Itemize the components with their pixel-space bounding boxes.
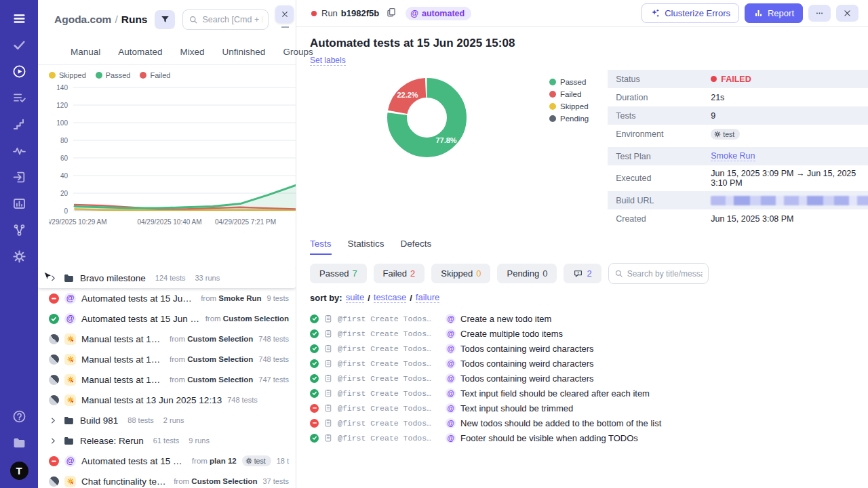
runs-tab-unfinished[interactable]: Unfinished <box>222 47 266 57</box>
test-row[interactable]: @first Create Todos…@New todos should be… <box>310 415 856 430</box>
sidebar-item-settings-gear[interactable] <box>12 249 26 264</box>
group-tests-count: 124 tests <box>155 274 186 282</box>
more-actions-button[interactable] <box>808 5 831 22</box>
redacted-build-url <box>711 196 868 205</box>
folder-icon <box>63 415 75 426</box>
run-group-row[interactable]: Release: Rerun61 tests9 runs <box>38 430 296 451</box>
hamburger-icon <box>12 12 26 26</box>
legend-label: Failed <box>150 71 170 79</box>
sort-by-failure[interactable]: failure <box>416 292 439 303</box>
status-failed-icon <box>310 404 319 413</box>
runs-tab-automated[interactable]: Automated <box>118 47 162 57</box>
run-row[interactable]: @Automated tests at 15 Jun 2025 15:08fro… <box>38 288 296 308</box>
test-row[interactable]: @first Create Todos…@Todos containing we… <box>310 356 856 371</box>
group-runs-count: 2 runs <box>163 416 184 424</box>
runs-search-input[interactable] <box>202 15 262 24</box>
donut-legend-item-passed[interactable]: Passed <box>549 78 589 86</box>
legend-dot <box>140 72 146 79</box>
test-suite: @first Create Todos… <box>338 314 441 323</box>
sidebar-item-hamburger[interactable] <box>12 11 26 26</box>
automated-test-icon: @ <box>446 418 456 428</box>
panel-close-button[interactable] <box>275 5 294 23</box>
run-row[interactable]: Manual tests at 13 Jun 2025 12:17from Cu… <box>38 329 296 349</box>
breadcrumb-project[interactable]: Agoda.com <box>54 14 111 25</box>
donut-legend-item-pending[interactable]: Pending <box>549 115 589 123</box>
manual-run-icon <box>64 354 76 365</box>
run-group-row[interactable]: Bravo milestone124 tests33 runs <box>38 268 296 288</box>
funnel-icon <box>160 14 170 24</box>
run-row[interactable]: @Automated tests at 15 Jun 2025 15:01fro… <box>38 308 296 329</box>
runs-tab-groups[interactable]: Groups <box>283 47 313 57</box>
filter-chip-failed[interactable]: Failed2 <box>374 264 425 283</box>
filter-chip-skipped[interactable]: Skipped0 <box>431 264 490 283</box>
copy-run-id-button[interactable] <box>384 6 399 21</box>
test-row[interactable]: @first Create Todos…@Text input should b… <box>310 401 856 415</box>
breadcrumb-section: Runs <box>121 14 148 25</box>
sidebar-item-runs-play[interactable] <box>12 64 26 79</box>
test-row[interactable]: @first Create Todos…@Todos containing we… <box>310 371 856 386</box>
run-tests-count: 18 t <box>277 457 289 465</box>
status-passed-icon <box>310 344 319 353</box>
sidebar-item-import[interactable] <box>12 169 26 184</box>
test-row[interactable]: @first Create Todos…@Footer should be vi… <box>310 430 856 445</box>
sidebar-item-analytics[interactable] <box>12 196 26 211</box>
run-row[interactable]: Chat functinality test Copyfrom Custom S… <box>38 471 296 488</box>
sort-by-testcase[interactable]: testcase <box>374 292 406 303</box>
sidebar-item-check[interactable] <box>12 37 26 52</box>
set-labels-link[interactable]: Set labels <box>310 56 346 66</box>
status-passed-icon <box>310 434 319 443</box>
test-row[interactable]: @first Create Todos…@Text input field sh… <box>310 386 856 401</box>
test-title: Create a new todo item <box>460 314 551 324</box>
test-plan-link[interactable]: Smoke Run <box>711 151 755 161</box>
legend-item-skipped[interactable]: Skipped <box>49 71 86 79</box>
runs-tab-manual[interactable]: Manual <box>71 47 100 57</box>
filter-chip-passed[interactable]: Passed7 <box>310 264 367 283</box>
tab-tests[interactable]: Tests <box>310 239 332 255</box>
sort-label: sort by: <box>310 293 342 303</box>
automated-test-icon: @ <box>446 373 456 384</box>
run-row[interactable]: Manual tests at 13 Jun 2025 12:13from Cu… <box>38 369 296 390</box>
tab-statistics[interactable]: Statistics <box>348 239 384 255</box>
legend-label: Skipped <box>59 71 86 79</box>
test-row[interactable]: @first Create Todos…@Create multiple tod… <box>310 326 856 341</box>
search-icon <box>614 269 623 278</box>
donut-legend-item-skipped[interactable]: Skipped <box>549 102 589 110</box>
sort-by-suite[interactable]: suite <box>346 292 364 303</box>
test-row[interactable]: @first Create Todos…@Todos containing we… <box>310 341 856 356</box>
run-row[interactable]: @Automated tests at 15 May 2025 12:32fro… <box>38 451 296 471</box>
donut-legend-item-failed[interactable]: Failed <box>549 90 589 98</box>
chip-count: 2 <box>587 268 591 279</box>
app-logo[interactable]: T <box>10 462 28 480</box>
test-title: Text input field should be cleared after… <box>460 388 650 399</box>
sidebar-item-steps[interactable] <box>12 117 26 131</box>
run-row[interactable]: Manual tests at 13 Jun 2025 12:13748 tes… <box>38 390 296 410</box>
filter-chip-comments[interactable]: 2 <box>564 264 601 283</box>
sidebar-item-folder[interactable] <box>12 435 26 450</box>
filter-button[interactable] <box>155 10 175 29</box>
run-row[interactable]: Manual tests at 13 Jun 2025 12:16from Cu… <box>38 349 296 369</box>
legend-label: Passed <box>560 78 586 86</box>
tab-defects[interactable]: Defects <box>401 239 432 255</box>
automated-test-icon: @ <box>446 344 456 354</box>
sidebar-item-activity[interactable] <box>12 143 26 158</box>
check-small-icon <box>312 346 317 351</box>
status-progress-icon <box>47 474 61 488</box>
report-button[interactable]: Report <box>745 3 803 23</box>
runs-tab-mixed[interactable]: Mixed <box>180 47 205 57</box>
manual-run-icon <box>64 374 76 386</box>
detail-row-status: StatusFAILED <box>608 70 868 88</box>
clusterize-errors-button[interactable]: Clusterize Errors <box>642 3 739 23</box>
close-run-button[interactable] <box>836 5 859 22</box>
test-row[interactable]: @first Create Todos…@Create a new todo i… <box>310 311 856 326</box>
sidebar-item-list-check[interactable] <box>12 90 26 105</box>
sidebar-item-branch[interactable] <box>12 222 26 237</box>
filter-chip-pending[interactable]: Pending0 <box>497 264 557 283</box>
detail-row-created: CreatedJun 15, 2025 3:08 PM <box>608 209 868 228</box>
automated-badge[interactable]: @automated <box>406 7 471 20</box>
legend-item-passed[interactable]: Passed <box>96 71 131 79</box>
run-group-row[interactable]: Build 98188 tests2 runs <box>38 410 296 430</box>
sidebar-item-help[interactable] <box>12 409 26 424</box>
run-detail-panel: Run b1982f5b @automated Clusterize Error… <box>296 0 868 488</box>
tests-search-input[interactable] <box>627 269 703 279</box>
legend-item-failed[interactable]: Failed <box>140 71 170 79</box>
